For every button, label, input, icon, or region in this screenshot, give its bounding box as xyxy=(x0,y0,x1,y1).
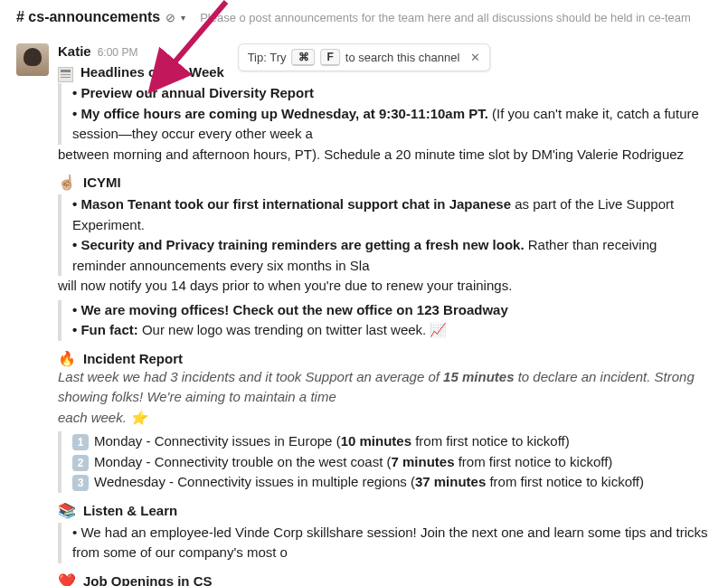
section-title-listen: Listen & Learn xyxy=(83,503,177,518)
tip-suffix: to search this channel xyxy=(345,51,459,64)
message: Katie 6:00 PM Headlines of the Week • Pr… xyxy=(0,31,728,586)
list-item: • Security and Privacy training reminder… xyxy=(72,237,525,252)
section-title-jobs: Job Openings in CS xyxy=(83,573,213,587)
svg-line-0 xyxy=(158,2,226,81)
list-item: • My office hours are coming up Wednesda… xyxy=(72,106,488,121)
badge-3: 3 xyxy=(72,475,89,491)
list-item: • We are moving offices! Check out the n… xyxy=(72,302,508,317)
channel-name[interactable]: # cs-announcements xyxy=(16,9,160,25)
badge-1: 1 xyxy=(72,434,89,450)
text: each week. ⭐ xyxy=(58,408,712,429)
channel-topic[interactable]: Please o post announcements for the team… xyxy=(200,11,691,24)
text: from first notice to kickoff) xyxy=(411,433,570,449)
list-item: • Fun fact: xyxy=(72,322,138,337)
close-icon[interactable]: ✕ xyxy=(470,51,480,64)
list-item: • Mason Tenant took our first internatio… xyxy=(72,196,511,212)
text: from first notice to kickoff) xyxy=(455,454,613,469)
annotation-arrow xyxy=(140,0,240,97)
text: Last week we had 3 incidents and it took… xyxy=(58,369,443,384)
point-up-icon: ☝🏼 xyxy=(58,174,76,191)
channel-header: # cs-announcements ⊘ ▾ Please o post ann… xyxy=(0,0,728,31)
text: from first notice to kickoff) xyxy=(486,474,644,489)
tip-prefix: Tip: Try xyxy=(248,51,287,64)
text: Monday - Connectivity trouble on the wes… xyxy=(94,454,392,469)
text: will now notify you 14 days prior to whe… xyxy=(58,276,712,297)
text: 37 minutes xyxy=(415,474,486,489)
text: Our new logo was trending on twitter las… xyxy=(138,322,448,337)
heart-icon: ❤️ xyxy=(58,572,76,587)
author-name[interactable]: Katie xyxy=(58,43,91,59)
text: Monday - Connectivity issues in Europe ( xyxy=(94,433,341,449)
text: 10 minutes xyxy=(341,433,411,449)
text: between morning and afternoon hours, PT)… xyxy=(58,145,712,165)
text: Wednesday - Connectivity issues in multi… xyxy=(94,474,415,489)
avatar[interactable] xyxy=(16,43,49,76)
list-item: • We had an employee-led Vinde Corp skil… xyxy=(72,523,712,563)
text: 7 minutes xyxy=(392,454,455,469)
books-icon: 📚 xyxy=(58,502,76,519)
badge-2: 2 xyxy=(72,455,89,471)
section-title-icymi: ICYMI xyxy=(83,175,121,190)
fire-icon: 🔥 xyxy=(58,350,76,367)
timestamp[interactable]: 6:00 PM xyxy=(98,46,138,59)
key-cmd: ⌘ xyxy=(292,49,316,66)
key-f: F xyxy=(321,49,340,66)
search-tip: Tip: Try ⌘ F to search this channel ✕ xyxy=(238,43,491,71)
section-title-incident: Incident Report xyxy=(83,351,183,366)
text: 15 minutes xyxy=(443,369,514,384)
newspaper-icon xyxy=(58,67,73,82)
